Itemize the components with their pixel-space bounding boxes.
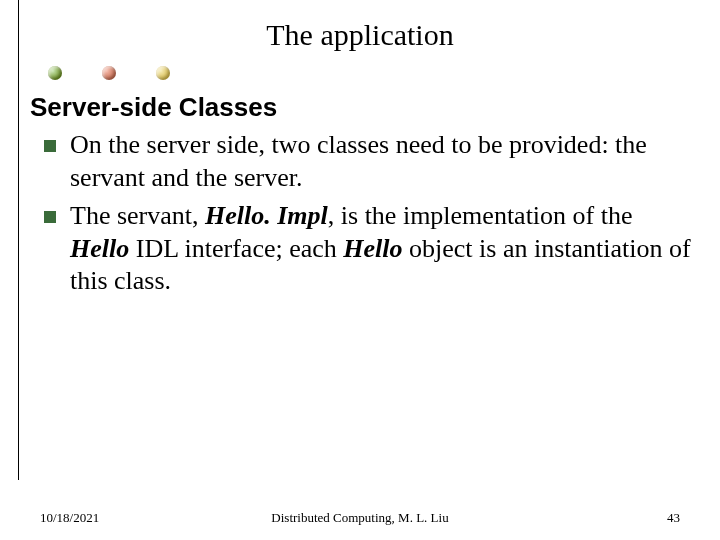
bullet-list: On the server side, two classes need to … <box>30 129 696 298</box>
footer-center: Distributed Computing, M. L. Liu <box>0 510 720 526</box>
dot-icon <box>48 66 62 80</box>
vertical-rule <box>18 0 19 480</box>
bullet-icon <box>44 211 56 223</box>
slide-title: The application <box>0 18 720 52</box>
slide: The application Server-side Classes On t… <box>0 0 720 540</box>
dot-icon <box>102 66 116 80</box>
list-item: The servant, Hello. Impl, is the impleme… <box>30 200 696 298</box>
list-item-text: On the server side, two classes need to … <box>70 129 696 194</box>
list-item-text: The servant, Hello. Impl, is the impleme… <box>70 200 696 298</box>
footer-page: 43 <box>667 510 680 526</box>
dot-icon <box>156 66 170 80</box>
decorative-dots <box>48 66 170 80</box>
list-item: On the server side, two classes need to … <box>30 129 696 194</box>
subheading: Server-side Classes <box>30 92 696 123</box>
bullet-icon <box>44 140 56 152</box>
slide-body: Server-side Classes On the server side, … <box>30 92 696 304</box>
